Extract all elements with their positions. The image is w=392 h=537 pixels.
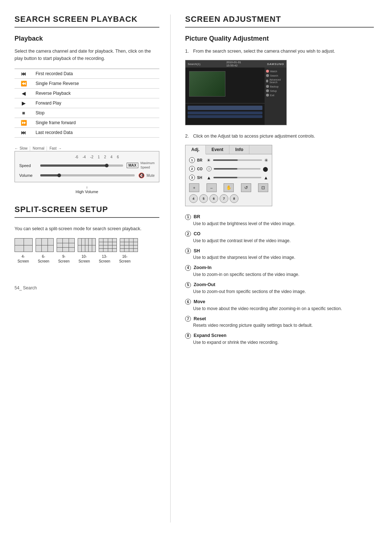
- adj-tabs: Adj. Event Info: [185, 145, 272, 154]
- desc-item-1: 1 BR Use to adjust the brightness level …: [185, 213, 374, 227]
- right-column: SCREEN ADJUSTMENT Picture Quality Adjust…: [171, 15, 374, 522]
- screenshot-main: [185, 68, 265, 125]
- adj-row-br: 1 BR ☀ ✳: [189, 157, 268, 163]
- volume-label: Volume: [19, 173, 38, 178]
- speed-volume-container: -6 -4 -2 1 2 4 6 Speed MAX: [15, 151, 159, 182]
- arrow-left-icon: ←: [15, 146, 18, 150]
- label-cell: Single frame forward: [33, 118, 159, 128]
- icon-cell: ◀: [15, 89, 33, 98]
- desc-title-4: 4 Zoom-In: [185, 264, 374, 271]
- split-label-13: 13-Screen: [96, 254, 113, 264]
- split-thumb-9[interactable]: [57, 238, 75, 252]
- split-thumb-13[interactable]: [99, 238, 117, 252]
- desc-item-3: 3 SH Use to adjust the sharpness level o…: [185, 248, 374, 261]
- table-row: ⏭ Last recorded Data: [15, 128, 159, 138]
- adj-tab-adj[interactable]: Adj.: [185, 145, 206, 154]
- speed-slider[interactable]: [40, 164, 123, 167]
- icon-cell: ⏪: [15, 79, 33, 89]
- step-1-text: From the search screen, select the camer…: [193, 48, 335, 55]
- adj-undo-button[interactable]: ↺: [241, 183, 251, 192]
- frame-reverse-icon: ⏪: [21, 81, 27, 86]
- screenshot-topbar: Search(1) 2010-01-0115:55:42 SAMSUNG: [185, 60, 286, 68]
- frame-forward-icon: ⏩: [21, 120, 27, 126]
- adj-plus-button[interactable]: +: [189, 183, 199, 192]
- split-thumb-10[interactable]: [78, 238, 96, 252]
- adj-tab-info[interactable]: Info: [229, 145, 249, 154]
- adj-btn-7[interactable]: 7: [220, 194, 228, 203]
- volume-slider[interactable]: [40, 174, 135, 176]
- page-footer: 54_ Search: [15, 285, 159, 290]
- split-label-10: 10-Screen: [75, 254, 93, 264]
- split-thumb-6[interactable]: [36, 238, 54, 252]
- icon-cell: ▶: [15, 98, 33, 108]
- adj-btn-6[interactable]: 6: [209, 194, 218, 203]
- contrast-icon-right: ⬤: [263, 166, 268, 172]
- label-cell: First recorded Data: [33, 69, 159, 79]
- desc-text-8: Use to expand or shrink the video record…: [185, 339, 374, 346]
- adj-code-br: BR: [197, 158, 204, 162]
- samsung-logo: SAMSUNG: [267, 62, 284, 66]
- adj-body: 1 BR ☀ ✳ 2 CO i ⬤: [185, 154, 272, 206]
- scale-num: 1: [98, 155, 100, 159]
- steps-list: 1. From the search screen, select the ca…: [185, 48, 374, 55]
- label-cell: Reverse Playback: [33, 89, 159, 98]
- label-cell: Last recorded Data: [33, 128, 159, 138]
- desc-title-8: 8 Expand Screen: [185, 332, 374, 339]
- fast-label: Fast: [49, 146, 56, 150]
- desc-title-6: 6 Move: [185, 298, 374, 305]
- desc-text-3: Use to adjust the sharpness level of the…: [185, 254, 374, 261]
- adj-expand-button[interactable]: ⊡: [258, 183, 268, 192]
- adj-row-co: 2 CO i ⬤: [189, 166, 268, 172]
- adj-btn-8[interactable]: 8: [230, 194, 238, 203]
- split-thumb-16[interactable]: [120, 238, 138, 252]
- step-2: 2. Click on the Adjust tab to access pic…: [185, 133, 374, 140]
- scale-num: -4: [82, 155, 86, 159]
- label-cell: Forward Play: [33, 98, 159, 108]
- right-section-title: SCREEN ADJUSTMENT: [185, 15, 374, 28]
- skip-first-icon: ⏮: [21, 71, 26, 77]
- adj-num-2: 2: [189, 166, 195, 172]
- step-1: 1. From the search screen, select the ca…: [185, 48, 374, 55]
- icon-cell: ■: [15, 108, 33, 118]
- scale-num: -6: [75, 155, 78, 159]
- table-row: ⏪ Single Frame Reverse: [15, 79, 159, 89]
- split-thumb-4[interactable]: [15, 238, 33, 252]
- split-screen-section: SPLIT-SCREEN SETUP You can select a spli…: [15, 205, 159, 264]
- adj-slider-br[interactable]: [213, 159, 262, 161]
- play-icon: ▶: [22, 100, 26, 106]
- adj-minus-button[interactable]: –: [207, 183, 217, 192]
- desc-item-7: 7 Reset Resets video recording picture q…: [185, 316, 374, 329]
- desc-list: 1 BR Use to adjust the brightness level …: [185, 213, 374, 346]
- max-label: MAX: [127, 163, 138, 168]
- desc-item-5: 5 Zoom-Out Use to zoom-out from specific…: [185, 281, 374, 295]
- adj-slider-sh[interactable]: [213, 177, 261, 178]
- desc-text-6: Use to move about the video recording af…: [185, 305, 374, 312]
- screenshot-content: Watch Search Advanced Search Backup: [185, 68, 286, 125]
- adj-btn-5[interactable]: 5: [199, 194, 208, 203]
- desc-text-7: Resets video recording picture quality s…: [185, 322, 374, 329]
- normal-label: Normal: [33, 146, 44, 150]
- adj-bottom-nums: 4 5 6 7 8: [189, 194, 238, 203]
- scale-num: 2: [104, 155, 106, 159]
- screenshot-time: 2010-01-0115:55:42: [226, 61, 241, 67]
- adj-btn-4[interactable]: 4: [189, 194, 198, 203]
- sidebar-watch: Watch: [266, 69, 285, 73]
- adj-tab-event[interactable]: Event: [206, 145, 230, 154]
- desc-text-1: Use to adjust the brightness level of th…: [185, 220, 374, 227]
- divider-1: │: [29, 146, 31, 150]
- desc-item-4: 4 Zoom-In Use to zoom-in on specific sec…: [185, 264, 374, 278]
- left-column: SEARCH SCREEN PLAYBACK Playback Select t…: [15, 15, 171, 522]
- split-label-4: 4-Screen: [15, 254, 32, 264]
- adj-hand-button[interactable]: ✋: [224, 183, 234, 192]
- speed-label-row: ← Slow │ Normal │ Fast →: [15, 146, 159, 150]
- arrow-right-icon: →: [58, 146, 62, 150]
- adj-slider-co[interactable]: [214, 168, 261, 170]
- reverse-icon: ◀: [22, 90, 26, 96]
- slow-label: Slow: [20, 146, 28, 150]
- icon-cell: ⏩: [15, 118, 33, 128]
- step-2-text: Click on the Adjust tab to access pictur…: [193, 133, 315, 140]
- screenshot-timeline: [185, 103, 265, 125]
- playback-body-text: Select the camera channel and date for p…: [15, 48, 159, 62]
- desc-title-2: 2 CO: [185, 231, 374, 237]
- adj-code-co: CO: [197, 167, 204, 171]
